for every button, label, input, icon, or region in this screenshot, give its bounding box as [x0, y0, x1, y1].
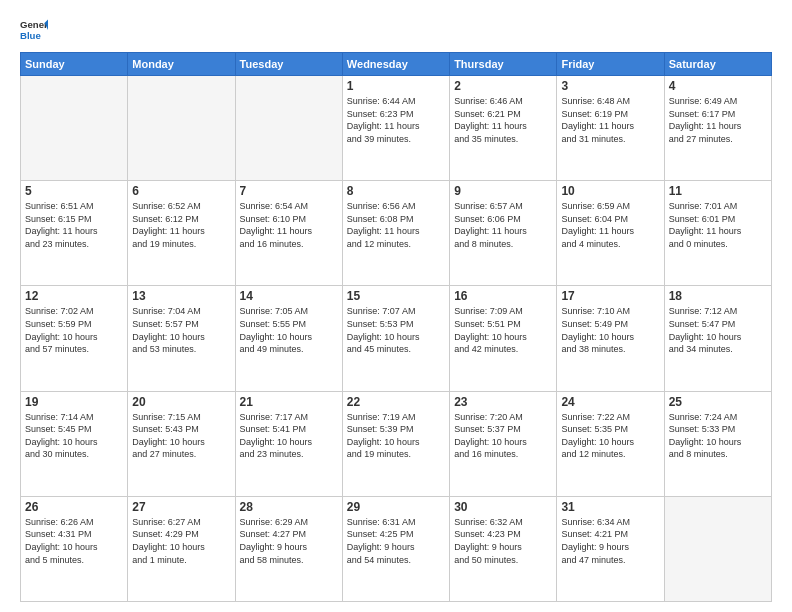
day-info: Sunrise: 6:26 AM Sunset: 4:31 PM Dayligh…	[25, 516, 123, 566]
day-number: 9	[454, 184, 552, 198]
weekday-header-row: SundayMondayTuesdayWednesdayThursdayFrid…	[21, 53, 772, 76]
day-number: 30	[454, 500, 552, 514]
day-info: Sunrise: 6:46 AM Sunset: 6:21 PM Dayligh…	[454, 95, 552, 145]
calendar-cell: 2Sunrise: 6:46 AM Sunset: 6:21 PM Daylig…	[450, 76, 557, 181]
day-number: 5	[25, 184, 123, 198]
header: General Blue	[20, 16, 772, 44]
day-number: 14	[240, 289, 338, 303]
day-info: Sunrise: 7:01 AM Sunset: 6:01 PM Dayligh…	[669, 200, 767, 250]
day-info: Sunrise: 7:05 AM Sunset: 5:55 PM Dayligh…	[240, 305, 338, 355]
week-row-1: 1Sunrise: 6:44 AM Sunset: 6:23 PM Daylig…	[21, 76, 772, 181]
calendar-cell: 7Sunrise: 6:54 AM Sunset: 6:10 PM Daylig…	[235, 181, 342, 286]
day-info: Sunrise: 7:22 AM Sunset: 5:35 PM Dayligh…	[561, 411, 659, 461]
day-number: 28	[240, 500, 338, 514]
calendar-cell: 8Sunrise: 6:56 AM Sunset: 6:08 PM Daylig…	[342, 181, 449, 286]
day-number: 26	[25, 500, 123, 514]
weekday-header-wednesday: Wednesday	[342, 53, 449, 76]
day-info: Sunrise: 7:20 AM Sunset: 5:37 PM Dayligh…	[454, 411, 552, 461]
calendar-cell: 23Sunrise: 7:20 AM Sunset: 5:37 PM Dayli…	[450, 391, 557, 496]
calendar-cell: 3Sunrise: 6:48 AM Sunset: 6:19 PM Daylig…	[557, 76, 664, 181]
calendar-cell: 29Sunrise: 6:31 AM Sunset: 4:25 PM Dayli…	[342, 496, 449, 601]
day-number: 18	[669, 289, 767, 303]
calendar-cell: 6Sunrise: 6:52 AM Sunset: 6:12 PM Daylig…	[128, 181, 235, 286]
calendar-table: SundayMondayTuesdayWednesdayThursdayFrid…	[20, 52, 772, 602]
logo-icon: General Blue	[20, 16, 48, 44]
weekday-header-monday: Monday	[128, 53, 235, 76]
calendar-cell	[664, 496, 771, 601]
day-number: 16	[454, 289, 552, 303]
calendar-cell	[21, 76, 128, 181]
day-info: Sunrise: 6:51 AM Sunset: 6:15 PM Dayligh…	[25, 200, 123, 250]
calendar-cell: 11Sunrise: 7:01 AM Sunset: 6:01 PM Dayli…	[664, 181, 771, 286]
calendar-cell: 31Sunrise: 6:34 AM Sunset: 4:21 PM Dayli…	[557, 496, 664, 601]
day-info: Sunrise: 6:49 AM Sunset: 6:17 PM Dayligh…	[669, 95, 767, 145]
svg-text:General: General	[20, 19, 48, 30]
day-info: Sunrise: 6:32 AM Sunset: 4:23 PM Dayligh…	[454, 516, 552, 566]
day-info: Sunrise: 7:04 AM Sunset: 5:57 PM Dayligh…	[132, 305, 230, 355]
calendar-cell: 19Sunrise: 7:14 AM Sunset: 5:45 PM Dayli…	[21, 391, 128, 496]
day-info: Sunrise: 7:02 AM Sunset: 5:59 PM Dayligh…	[25, 305, 123, 355]
calendar-cell: 22Sunrise: 7:19 AM Sunset: 5:39 PM Dayli…	[342, 391, 449, 496]
calendar-cell: 24Sunrise: 7:22 AM Sunset: 5:35 PM Dayli…	[557, 391, 664, 496]
week-row-4: 19Sunrise: 7:14 AM Sunset: 5:45 PM Dayli…	[21, 391, 772, 496]
calendar-cell: 20Sunrise: 7:15 AM Sunset: 5:43 PM Dayli…	[128, 391, 235, 496]
calendar-cell: 5Sunrise: 6:51 AM Sunset: 6:15 PM Daylig…	[21, 181, 128, 286]
calendar-cell: 26Sunrise: 6:26 AM Sunset: 4:31 PM Dayli…	[21, 496, 128, 601]
calendar-cell: 18Sunrise: 7:12 AM Sunset: 5:47 PM Dayli…	[664, 286, 771, 391]
day-number: 12	[25, 289, 123, 303]
weekday-header-tuesday: Tuesday	[235, 53, 342, 76]
page: General Blue SundayMondayTuesdayWednesda…	[0, 0, 792, 612]
weekday-header-saturday: Saturday	[664, 53, 771, 76]
day-number: 7	[240, 184, 338, 198]
day-number: 21	[240, 395, 338, 409]
calendar-cell: 30Sunrise: 6:32 AM Sunset: 4:23 PM Dayli…	[450, 496, 557, 601]
day-info: Sunrise: 7:24 AM Sunset: 5:33 PM Dayligh…	[669, 411, 767, 461]
day-info: Sunrise: 6:29 AM Sunset: 4:27 PM Dayligh…	[240, 516, 338, 566]
logo: General Blue	[20, 16, 48, 44]
calendar-cell: 4Sunrise: 6:49 AM Sunset: 6:17 PM Daylig…	[664, 76, 771, 181]
day-number: 19	[25, 395, 123, 409]
calendar-cell: 9Sunrise: 6:57 AM Sunset: 6:06 PM Daylig…	[450, 181, 557, 286]
week-row-5: 26Sunrise: 6:26 AM Sunset: 4:31 PM Dayli…	[21, 496, 772, 601]
day-number: 4	[669, 79, 767, 93]
day-info: Sunrise: 6:56 AM Sunset: 6:08 PM Dayligh…	[347, 200, 445, 250]
day-number: 31	[561, 500, 659, 514]
day-info: Sunrise: 7:09 AM Sunset: 5:51 PM Dayligh…	[454, 305, 552, 355]
calendar-cell	[128, 76, 235, 181]
week-row-2: 5Sunrise: 6:51 AM Sunset: 6:15 PM Daylig…	[21, 181, 772, 286]
day-number: 27	[132, 500, 230, 514]
day-number: 17	[561, 289, 659, 303]
calendar-cell: 13Sunrise: 7:04 AM Sunset: 5:57 PM Dayli…	[128, 286, 235, 391]
calendar-cell: 16Sunrise: 7:09 AM Sunset: 5:51 PM Dayli…	[450, 286, 557, 391]
calendar-cell: 28Sunrise: 6:29 AM Sunset: 4:27 PM Dayli…	[235, 496, 342, 601]
day-info: Sunrise: 7:10 AM Sunset: 5:49 PM Dayligh…	[561, 305, 659, 355]
day-info: Sunrise: 6:54 AM Sunset: 6:10 PM Dayligh…	[240, 200, 338, 250]
day-number: 3	[561, 79, 659, 93]
day-number: 25	[669, 395, 767, 409]
day-info: Sunrise: 6:48 AM Sunset: 6:19 PM Dayligh…	[561, 95, 659, 145]
svg-text:Blue: Blue	[20, 30, 41, 41]
day-info: Sunrise: 6:52 AM Sunset: 6:12 PM Dayligh…	[132, 200, 230, 250]
calendar-cell: 17Sunrise: 7:10 AM Sunset: 5:49 PM Dayli…	[557, 286, 664, 391]
calendar-cell: 25Sunrise: 7:24 AM Sunset: 5:33 PM Dayli…	[664, 391, 771, 496]
calendar-cell: 12Sunrise: 7:02 AM Sunset: 5:59 PM Dayli…	[21, 286, 128, 391]
day-number: 2	[454, 79, 552, 93]
day-number: 22	[347, 395, 445, 409]
day-info: Sunrise: 7:19 AM Sunset: 5:39 PM Dayligh…	[347, 411, 445, 461]
day-number: 6	[132, 184, 230, 198]
calendar-cell: 27Sunrise: 6:27 AM Sunset: 4:29 PM Dayli…	[128, 496, 235, 601]
day-info: Sunrise: 7:07 AM Sunset: 5:53 PM Dayligh…	[347, 305, 445, 355]
day-info: Sunrise: 6:44 AM Sunset: 6:23 PM Dayligh…	[347, 95, 445, 145]
day-info: Sunrise: 6:59 AM Sunset: 6:04 PM Dayligh…	[561, 200, 659, 250]
day-info: Sunrise: 7:12 AM Sunset: 5:47 PM Dayligh…	[669, 305, 767, 355]
day-number: 1	[347, 79, 445, 93]
day-number: 15	[347, 289, 445, 303]
calendar-cell: 1Sunrise: 6:44 AM Sunset: 6:23 PM Daylig…	[342, 76, 449, 181]
day-number: 20	[132, 395, 230, 409]
day-info: Sunrise: 6:31 AM Sunset: 4:25 PM Dayligh…	[347, 516, 445, 566]
day-info: Sunrise: 6:34 AM Sunset: 4:21 PM Dayligh…	[561, 516, 659, 566]
weekday-header-friday: Friday	[557, 53, 664, 76]
day-info: Sunrise: 6:57 AM Sunset: 6:06 PM Dayligh…	[454, 200, 552, 250]
day-info: Sunrise: 6:27 AM Sunset: 4:29 PM Dayligh…	[132, 516, 230, 566]
calendar-cell: 21Sunrise: 7:17 AM Sunset: 5:41 PM Dayli…	[235, 391, 342, 496]
